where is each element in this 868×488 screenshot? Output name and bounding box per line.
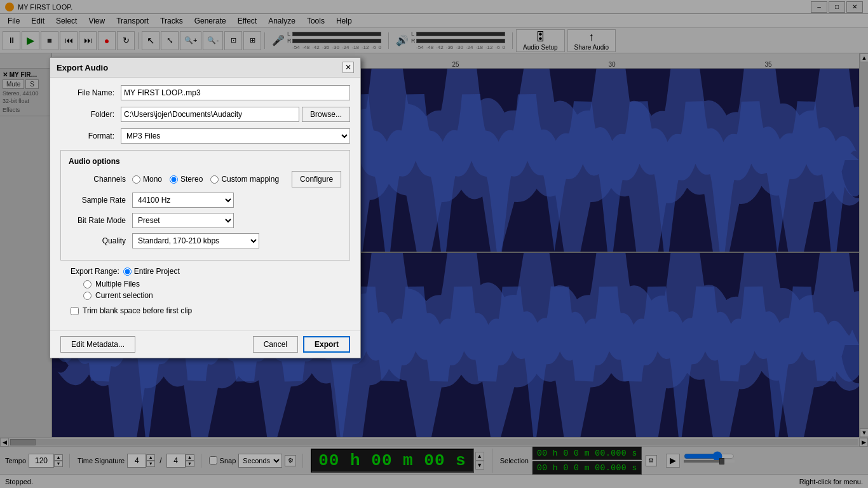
current-selection-radio[interactable] [83,292,92,300]
folder-label: Folder: [60,110,121,119]
channels-group: Mono Stereo Custom mapping Configure [132,171,342,187]
dialog-title: Export Audio [57,63,108,72]
file-name-input[interactable] [121,85,350,100]
dialog-titlebar: Export Audio ✕ [50,58,360,78]
mono-label: Mono [143,175,162,184]
export-range-label: Export Range: [71,267,119,276]
export-dialog-overlay: Export Audio ✕ File Name: Folder: Browse… [0,0,868,488]
cancel-button[interactable]: Cancel [253,336,298,353]
folder-row: Folder: Browse... [60,107,350,122]
browse-button[interactable]: Browse... [302,107,350,122]
entire-project-label: Entire Project [134,267,180,276]
trim-checkbox[interactable] [71,307,79,315]
audio-options-box: Audio options Channels Mono Stereo Custo… [60,150,350,261]
trim-row: Trim blank space before first clip [60,306,350,315]
quality-row: Quality Standard, 170-210 kbps Medium, 1… [69,233,342,248]
file-name-row: File Name: [60,85,350,100]
export-range-header: Export Range: Entire Project [71,267,350,276]
bit-rate-control: Preset Variable Average Constant [132,213,342,228]
channels-row: Channels Mono Stereo Custom mapping Conf… [69,171,342,187]
stereo-label: Stereo [180,175,203,184]
sample-rate-control: 8000 Hz 11025 Hz 16000 Hz 22050 Hz 44100… [132,193,342,208]
bit-rate-row: Bit Rate Mode Preset Variable Average Co… [69,213,342,228]
sample-rate-select[interactable]: 8000 Hz 11025 Hz 16000 Hz 22050 Hz 44100… [132,193,234,208]
dialog-footer: Edit Metadata... Cancel Export [50,330,360,358]
format-row: Format: MP3 Files WAV (Microsoft) 16-bit… [60,128,350,144]
dialog-body: File Name: Folder: Browse... Format: MP3 [50,78,360,330]
export-dialog: Export Audio ✕ File Name: Folder: Browse… [50,57,361,358]
export-range-section: Export Range: Entire Project Multiple Fi… [60,267,350,300]
range-options: Multiple Files Current selection [71,280,350,300]
stereo-option[interactable]: Stereo [170,175,203,184]
custom-radio[interactable] [210,175,219,184]
format-select[interactable]: MP3 Files WAV (Microsoft) 16-bit PCM AIF… [121,128,350,144]
folder-control: Browse... [121,107,350,122]
mono-radio[interactable] [132,175,140,184]
multiple-files-radio[interactable] [83,280,92,288]
configure-button[interactable]: Configure [292,171,341,187]
current-selection-option: Current selection [83,291,350,300]
quality-control: Standard, 170-210 kbps Medium, 145-185 k… [132,233,342,248]
trim-label[interactable]: Trim blank space before first clip [83,306,192,315]
channels-label: Channels [69,175,132,184]
sample-rate-row: Sample Rate 8000 Hz 11025 Hz 16000 Hz 22… [69,193,342,208]
stereo-radio[interactable] [170,175,178,184]
format-control: MP3 Files WAV (Microsoft) 16-bit PCM AIF… [121,128,350,144]
file-name-label: File Name: [60,88,121,97]
multiple-files-option: Multiple Files [83,280,350,288]
bit-rate-label: Bit Rate Mode [69,216,132,225]
sample-rate-label: Sample Rate [69,196,132,205]
export-button[interactable]: Export [303,336,350,353]
current-selection-label: Current selection [95,291,153,300]
audio-options-label: Audio options [69,157,342,166]
entire-project-radio[interactable] [123,268,132,276]
entire-project-option[interactable]: Entire Project [123,267,180,276]
mono-option[interactable]: Mono [132,175,162,184]
quality-select[interactable]: Standard, 170-210 kbps Medium, 145-185 k… [132,233,259,248]
edit-metadata-button[interactable]: Edit Metadata... [60,336,135,353]
file-name-control [121,85,350,100]
bit-rate-select[interactable]: Preset Variable Average Constant [132,213,234,228]
format-label: Format: [60,132,121,140]
quality-label: Quality [69,236,132,245]
folder-input[interactable] [121,107,299,122]
custom-mapping-option[interactable]: Custom mapping [210,175,279,184]
custom-label: Custom mapping [221,175,279,184]
dialog-close-button[interactable]: ✕ [342,62,354,73]
multiple-files-label: Multiple Files [95,280,140,288]
